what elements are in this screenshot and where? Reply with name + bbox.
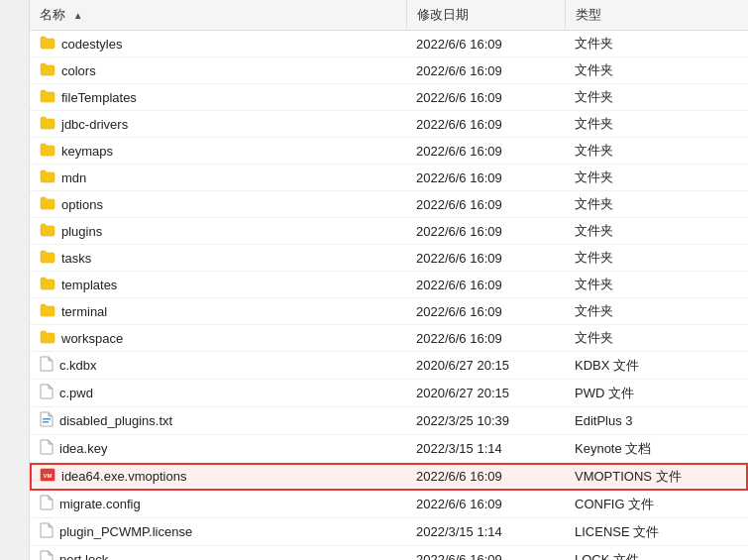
file-type-label: EditPlus 3 xyxy=(565,407,748,435)
file-name-cell: port.lock xyxy=(30,546,406,561)
file-name-cell: colors xyxy=(30,57,406,84)
folder-icon xyxy=(40,223,55,240)
table-row[interactable]: disabled_plugins.txt2022/3/25 10:39EditP… xyxy=(30,407,748,435)
table-row[interactable]: VM idea64.exe.vmoptions2022/6/6 16:09VMO… xyxy=(30,463,748,491)
file-editplus-icon xyxy=(40,411,53,430)
file-type-label: VMOPTIONS 文件 xyxy=(565,463,748,491)
file-type-label: 文件夹 xyxy=(565,245,748,272)
file-modified-date: 2022/6/6 16:09 xyxy=(406,138,565,165)
file-explorer: 名称 ▲ 修改日期 类型 codestyles2022/6/6 16:09文件夹… xyxy=(0,0,748,560)
file-modified-date: 2020/6/27 20:15 xyxy=(406,380,565,407)
folder-icon xyxy=(40,36,55,53)
file-type-label: Keynote 文档 xyxy=(565,435,748,463)
svg-rect-0 xyxy=(43,418,51,420)
file-name-label: terminal xyxy=(61,304,107,319)
table-row[interactable]: tasks2022/6/6 16:09文件夹 xyxy=(30,245,748,272)
file-modified-date: 2022/6/6 16:09 xyxy=(406,272,565,298)
table-row[interactable]: codestyles2022/6/6 16:09文件夹 xyxy=(30,31,748,57)
file-name-label: templates xyxy=(61,278,117,292)
file-type-label: 文件夹 xyxy=(565,57,748,84)
file-name-cell: workspace xyxy=(30,325,406,352)
file-name-label: idea.key xyxy=(59,441,107,456)
file-name-cell: mdn xyxy=(30,165,406,191)
file-name-cell: c.kdbx xyxy=(30,352,406,380)
file-name-label: port.lock xyxy=(59,552,108,560)
file-vmoptions-icon: VM xyxy=(40,467,55,486)
file-modified-date: 2022/6/6 16:09 xyxy=(406,31,565,57)
sort-arrow-icon: ▲ xyxy=(73,10,83,21)
file-name-cell: templates xyxy=(30,272,406,298)
file-table-body: codestyles2022/6/6 16:09文件夹 colors2022/6… xyxy=(30,31,748,561)
table-row[interactable]: colors2022/6/6 16:09文件夹 xyxy=(30,57,748,84)
svg-rect-1 xyxy=(43,421,49,423)
table-row[interactable]: fileTemplates2022/6/6 16:09文件夹 xyxy=(30,84,748,111)
file-type-label: PWD 文件 xyxy=(565,380,748,407)
table-row[interactable]: port.lock2022/6/6 16:09LOCK 文件 xyxy=(30,546,748,561)
col-header-type[interactable]: 类型 xyxy=(565,0,748,31)
folder-icon xyxy=(40,277,55,293)
col-header-name[interactable]: 名称 ▲ xyxy=(30,0,406,31)
file-type-label: 文件夹 xyxy=(565,218,748,245)
file-modified-date: 2022/6/6 16:09 xyxy=(406,57,565,84)
main-content[interactable]: 名称 ▲ 修改日期 类型 codestyles2022/6/6 16:09文件夹… xyxy=(30,0,748,560)
file-plain-icon xyxy=(40,522,53,541)
file-modified-date: 2022/3/15 1:14 xyxy=(406,435,565,463)
table-row[interactable]: plugins2022/6/6 16:09文件夹 xyxy=(30,218,748,245)
file-name-cell: terminal xyxy=(30,298,406,325)
file-name-label: options xyxy=(61,197,103,212)
table-row[interactable]: mdn2022/6/6 16:09文件夹 xyxy=(30,165,748,191)
svg-text:VM: VM xyxy=(44,473,53,479)
file-modified-date: 2022/3/15 1:14 xyxy=(406,518,565,546)
file-name-label: migrate.config xyxy=(59,497,141,511)
file-modified-date: 2022/6/6 16:09 xyxy=(406,245,565,272)
table-row[interactable]: keymaps2022/6/6 16:09文件夹 xyxy=(30,138,748,165)
table-row[interactable]: terminal2022/6/6 16:09文件夹 xyxy=(30,298,748,325)
table-row[interactable]: migrate.config2022/6/6 16:09CONFIG 文件 xyxy=(30,491,748,518)
file-name-cell: fileTemplates xyxy=(30,84,406,111)
file-name-label: c.kdbx xyxy=(59,358,97,373)
file-name-label: plugin_PCWMP.license xyxy=(59,524,192,539)
folder-icon xyxy=(40,250,55,267)
table-row[interactable]: c.pwd2020/6/27 20:15PWD 文件 xyxy=(30,380,748,407)
file-table: 名称 ▲ 修改日期 类型 codestyles2022/6/6 16:09文件夹… xyxy=(30,0,748,560)
file-name-cell: VM idea64.exe.vmoptions xyxy=(30,463,406,491)
file-type-label: 文件夹 xyxy=(565,138,748,165)
table-row[interactable]: c.kdbx2020/6/27 20:15KDBX 文件 xyxy=(30,352,748,380)
col-header-modified[interactable]: 修改日期 xyxy=(406,0,565,31)
file-name-label: mdn xyxy=(61,170,86,185)
table-row[interactable]: workspace2022/6/6 16:09文件夹 xyxy=(30,325,748,352)
folder-icon xyxy=(40,143,55,160)
table-row[interactable]: plugin_PCWMP.license2022/3/15 1:14LICENS… xyxy=(30,518,748,546)
table-row[interactable]: templates2022/6/6 16:09文件夹 xyxy=(30,272,748,298)
folder-icon xyxy=(40,62,55,79)
file-name-label: workspace xyxy=(61,331,123,346)
folder-icon xyxy=(40,196,55,213)
file-modified-date: 2022/6/6 16:09 xyxy=(406,463,565,491)
file-modified-date: 2022/6/6 16:09 xyxy=(406,491,565,518)
file-name-cell: plugin_PCWMP.license xyxy=(30,518,406,546)
table-row[interactable]: options2022/6/6 16:09文件夹 xyxy=(30,191,748,218)
file-name-label: c.pwd xyxy=(59,386,93,400)
folder-icon xyxy=(40,330,55,347)
file-modified-date: 2022/6/6 16:09 xyxy=(406,325,565,352)
file-plain-icon xyxy=(40,356,53,375)
file-plain-icon xyxy=(40,384,53,402)
file-modified-date: 2022/6/6 16:09 xyxy=(406,84,565,111)
file-type-label: 文件夹 xyxy=(565,272,748,298)
file-name-cell: codestyles xyxy=(30,31,406,57)
folder-icon xyxy=(40,89,55,106)
file-modified-date: 2022/6/6 16:09 xyxy=(406,298,565,325)
file-name-label: colors xyxy=(61,63,96,78)
file-modified-date: 2022/6/6 16:09 xyxy=(406,191,565,218)
file-name-cell: c.pwd xyxy=(30,380,406,407)
file-name-label: codestyles xyxy=(61,37,122,52)
table-row[interactable]: jdbc-drivers2022/6/6 16:09文件夹 xyxy=(30,111,748,138)
file-plain-icon xyxy=(40,495,53,513)
file-name-cell: options xyxy=(30,191,406,218)
file-plain-icon xyxy=(40,550,53,560)
table-row[interactable]: idea.key2022/3/15 1:14Keynote 文档 xyxy=(30,435,748,463)
file-name-cell: disabled_plugins.txt xyxy=(30,407,406,435)
file-type-label: 文件夹 xyxy=(565,84,748,111)
file-type-label: 文件夹 xyxy=(565,31,748,57)
folder-icon xyxy=(40,169,55,186)
